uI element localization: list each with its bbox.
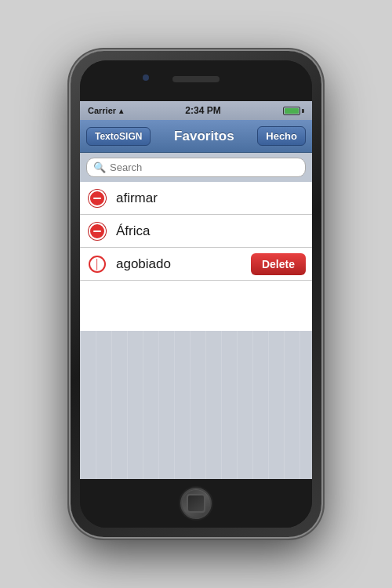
top-bezel bbox=[80, 60, 312, 101]
search-input[interactable] bbox=[110, 162, 299, 173]
done-button[interactable]: Hecho bbox=[257, 126, 306, 146]
info-circle-icon[interactable]: │ bbox=[89, 256, 106, 273]
minus-circle-icon[interactable] bbox=[89, 223, 106, 240]
item-text-2: África bbox=[107, 223, 312, 239]
carrier-label: Carrier bbox=[88, 106, 116, 115]
phone-inner: Carrier ▴ 2:34 PM TextoSIGN Favoritos He… bbox=[80, 60, 312, 528]
search-bar: 🔍 bbox=[80, 153, 312, 182]
back-button[interactable]: TextoSIGN bbox=[86, 127, 151, 146]
list-footer bbox=[80, 331, 312, 480]
status-bar: Carrier ▴ 2:34 PM bbox=[80, 101, 312, 120]
nav-bar: TextoSIGN Favoritos Hecho bbox=[80, 120, 312, 153]
item-text-1: afirmar bbox=[107, 191, 312, 206]
delete-icon-2[interactable] bbox=[88, 222, 107, 241]
phone-frame: Carrier ▴ 2:34 PM TextoSIGN Favoritos He… bbox=[71, 51, 321, 537]
list-item: afirmar bbox=[80, 182, 312, 215]
favorites-list: afirmar África │ agobiado Delete bbox=[80, 182, 312, 331]
minus-circle-icon[interactable] bbox=[89, 190, 106, 207]
list-item: África bbox=[80, 215, 312, 248]
carrier-info: Carrier ▴ bbox=[88, 106, 123, 115]
speaker bbox=[172, 76, 220, 82]
screen: Carrier ▴ 2:34 PM TextoSIGN Favoritos He… bbox=[80, 101, 312, 479]
search-wrap: 🔍 bbox=[86, 158, 306, 177]
battery-indicator bbox=[283, 107, 304, 115]
nav-title: Favoritos bbox=[174, 129, 234, 144]
wifi-icon: ▴ bbox=[119, 107, 123, 115]
battery-fill bbox=[285, 108, 299, 114]
camera bbox=[143, 74, 149, 81]
battery-body bbox=[283, 107, 300, 115]
home-button[interactable] bbox=[180, 488, 212, 519]
item-text-3: agobiado bbox=[107, 256, 251, 272]
list-item: │ agobiado Delete bbox=[80, 248, 312, 281]
battery-tip bbox=[302, 109, 304, 113]
delete-icon-3[interactable]: │ bbox=[88, 255, 107, 274]
delete-icon-1[interactable] bbox=[88, 189, 107, 208]
home-button-inner bbox=[187, 494, 205, 513]
bottom-bezel bbox=[80, 479, 312, 528]
search-icon: 🔍 bbox=[93, 162, 106, 173]
delete-button[interactable]: Delete bbox=[251, 253, 306, 275]
status-time: 2:34 PM bbox=[185, 105, 220, 116]
